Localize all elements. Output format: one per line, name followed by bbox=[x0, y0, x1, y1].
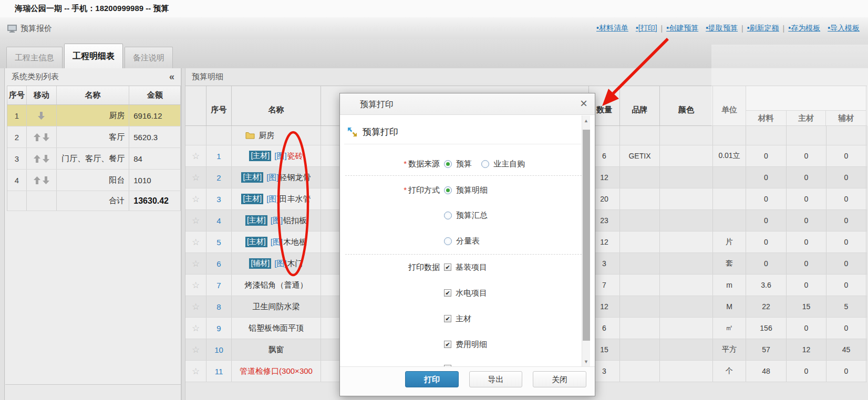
star-icon[interactable]: ☆ bbox=[192, 344, 200, 355]
form-row: *数据来源预算业主自购 bbox=[340, 157, 579, 171]
material-type-badge: [主材] bbox=[249, 151, 271, 161]
checkbox-option[interactable]: ✔基装项目 bbox=[444, 262, 487, 272]
radio-option[interactable]: 预算 bbox=[444, 159, 472, 169]
collapse-panel-icon[interactable]: « bbox=[169, 71, 174, 82]
star-icon[interactable]: ☆ bbox=[192, 323, 200, 334]
picture-link[interactable]: [图] bbox=[266, 173, 278, 183]
tab-0[interactable]: 工程主信息 bbox=[6, 47, 63, 68]
budget-row-brand bbox=[620, 339, 660, 360]
material-type-badge: [主材] bbox=[241, 172, 263, 183]
group-row-cell bbox=[787, 126, 826, 145]
star-icon[interactable]: ☆ bbox=[192, 258, 200, 269]
category-row[interactable]: 3门厅、客厅、餐厅84 bbox=[7, 148, 181, 170]
tab-1[interactable]: 工程明细表 bbox=[64, 44, 123, 68]
move-down-icon[interactable] bbox=[38, 112, 45, 120]
move-up-icon[interactable] bbox=[34, 133, 40, 141]
radio-label: 预算明细 bbox=[456, 185, 488, 195]
category-panel: 系统类别列表 « 序号 移动 名称 金额 1厨房6916.122客厅5620.3… bbox=[5, 68, 181, 400]
category-row[interactable]: 2客厅5620.3 bbox=[7, 127, 181, 148]
export-button[interactable]: 导出 bbox=[469, 371, 522, 387]
print-dialog-title: 预算打印 bbox=[360, 100, 394, 109]
radio-icon[interactable] bbox=[444, 186, 452, 194]
budget-item-name: 飘窗 bbox=[268, 345, 284, 355]
checkbox-option[interactable]: ✔水电项目 bbox=[444, 288, 487, 298]
toolbar-link[interactable]: •提取预算 bbox=[706, 24, 738, 33]
move-up-icon[interactable] bbox=[34, 176, 40, 184]
picture-link[interactable]: [图] bbox=[274, 259, 286, 269]
budget-row-unit: ㎡ bbox=[713, 318, 746, 339]
star-icon[interactable]: ☆ bbox=[192, 301, 200, 312]
toolbar-link[interactable]: •导入模板 bbox=[828, 24, 860, 33]
radio-icon[interactable] bbox=[481, 160, 489, 168]
radio-option[interactable]: 预算汇总 bbox=[444, 210, 488, 220]
picture-link[interactable]: [图] bbox=[274, 151, 286, 161]
col-header-aux-material: 辅材 bbox=[826, 111, 866, 125]
toolbar-link[interactable]: •材料清单 bbox=[596, 24, 628, 33]
checkbox-icon[interactable]: ✔ bbox=[444, 315, 451, 322]
toolbar-link[interactable]: •刷新定额 bbox=[747, 24, 779, 33]
radio-option[interactable]: 预算明细 bbox=[444, 185, 488, 195]
budget-row-color bbox=[660, 318, 713, 339]
star-icon[interactable]: ☆ bbox=[192, 151, 200, 162]
move-down-icon[interactable] bbox=[43, 155, 49, 163]
category-row[interactable]: 4阳台1010 bbox=[7, 170, 181, 191]
radio-icon[interactable] bbox=[444, 160, 452, 168]
radio-option[interactable]: 业主自购 bbox=[481, 159, 525, 169]
category-panel-footer bbox=[5, 384, 181, 400]
budget-row-index: 2 bbox=[206, 167, 232, 188]
move-down-icon[interactable] bbox=[43, 133, 49, 141]
category-panel-header: 系统类别列表 « bbox=[5, 68, 181, 86]
toolbar-link[interactable]: •[打印] bbox=[636, 24, 657, 33]
star-icon[interactable]: ☆ bbox=[192, 215, 200, 226]
budget-item-name: 铝塑板饰面平顶 bbox=[249, 323, 304, 333]
picture-link[interactable]: [图] bbox=[271, 216, 283, 226]
close-button[interactable]: 关闭 bbox=[533, 371, 586, 387]
toolbar-link-divider: | bbox=[741, 24, 743, 33]
move-up-icon[interactable] bbox=[34, 155, 40, 163]
radio-icon[interactable] bbox=[444, 212, 452, 219]
section-divider bbox=[345, 175, 590, 176]
checkbox-icon[interactable]: ✔ bbox=[444, 289, 451, 297]
star-icon[interactable]: ☆ bbox=[192, 366, 200, 377]
dialog-scrollbar[interactable]: ▲ ▼ bbox=[582, 115, 590, 367]
star-icon[interactable]: ☆ bbox=[192, 194, 200, 205]
form-row: 预算汇总 bbox=[340, 208, 579, 222]
move-down-icon[interactable] bbox=[43, 176, 49, 184]
toolbar-left: 预算报价 bbox=[7, 17, 52, 39]
budget-row-brand: GETIX bbox=[620, 145, 660, 166]
star-icon[interactable]: ☆ bbox=[192, 172, 200, 183]
budget-item-name: 木地板 bbox=[283, 237, 307, 247]
print-dialog-heading-text: 预算打印 bbox=[363, 126, 398, 138]
panel-splitter[interactable] bbox=[181, 68, 185, 400]
radio-option[interactable]: 分量表 bbox=[444, 236, 480, 246]
category-row[interactable]: 1厨房6916.12 bbox=[7, 105, 181, 127]
star-icon[interactable]: ☆ bbox=[192, 237, 200, 248]
scrollbar-thumb[interactable] bbox=[583, 130, 590, 341]
checkbox-label: 基装项目 bbox=[456, 262, 487, 272]
toolbar-link[interactable]: •存为模板 bbox=[788, 24, 820, 33]
budget-row-brand bbox=[620, 210, 660, 231]
picture-link[interactable]: [图] bbox=[271, 237, 283, 247]
budget-row-color bbox=[660, 296, 713, 317]
left-splitter[interactable] bbox=[0, 68, 5, 400]
heading-separator bbox=[344, 144, 581, 144]
close-icon[interactable]: × bbox=[580, 96, 587, 111]
checkbox-icon[interactable]: ✔ bbox=[444, 341, 451, 348]
budget-row-main-price: 0 bbox=[787, 361, 826, 382]
toolbar-link[interactable]: •创建预算 bbox=[666, 24, 698, 33]
checkbox-option[interactable]: ✔费用明细 bbox=[444, 340, 487, 350]
picture-link[interactable]: [图] bbox=[266, 194, 278, 204]
print-dialog-titlebar[interactable]: 预算打印 bbox=[340, 93, 595, 115]
radio-icon[interactable] bbox=[444, 237, 452, 245]
star-icon[interactable]: ☆ bbox=[192, 280, 200, 291]
budget-row-color bbox=[660, 253, 713, 274]
form-row: 打印数据✔基装项目 bbox=[340, 260, 579, 274]
tab-2[interactable]: 备注说明 bbox=[125, 47, 173, 68]
checkbox-icon[interactable]: ✔ bbox=[444, 264, 451, 271]
scroll-down-icon[interactable]: ▼ bbox=[582, 357, 590, 366]
print-button[interactable]: 打印 bbox=[405, 371, 459, 387]
budget-row-star-cell: ☆ bbox=[185, 361, 206, 382]
scroll-up-icon[interactable]: ▲ bbox=[582, 117, 590, 125]
checkbox-option[interactable]: ✔主材 bbox=[444, 314, 471, 324]
form-label: *数据来源 bbox=[340, 157, 440, 171]
